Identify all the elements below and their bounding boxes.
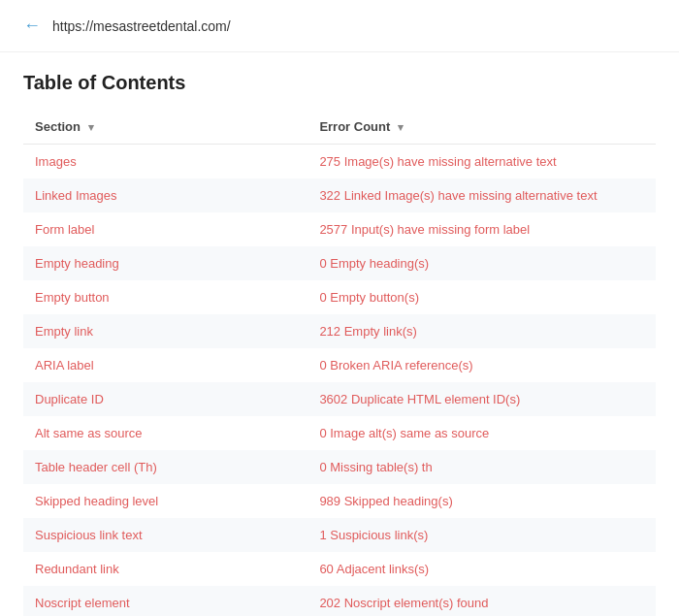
- error-sort-icon: ▾: [398, 121, 404, 134]
- top-bar: ← https://mesastreetdental.com/: [0, 0, 679, 52]
- section-column-header[interactable]: Section ▾: [23, 110, 307, 145]
- table-row: Alt same as source0 Image alt(s) same as…: [23, 416, 656, 450]
- section-link[interactable]: Form label: [35, 222, 94, 237]
- error-count-cell: 0 Empty heading(s): [307, 246, 656, 280]
- table-row: Form label2577 Input(s) have missing for…: [23, 212, 656, 246]
- section-link[interactable]: Noscript element: [35, 596, 130, 610]
- section-cell: Noscript element: [23, 586, 307, 616]
- section-link[interactable]: Duplicate ID: [35, 392, 104, 406]
- table-row: Suspicious link text1 Suspicious link(s): [23, 518, 656, 552]
- error-count-cell: 275 Image(s) have missing alternative te…: [307, 145, 656, 179]
- section-cell: Duplicate ID: [23, 382, 307, 416]
- section-cell: Suspicious link text: [23, 518, 307, 552]
- table-row: Table header cell (Th)0 Missing table(s)…: [23, 450, 656, 484]
- error-count-column-header[interactable]: Error Count ▾: [307, 110, 656, 145]
- section-cell: Table header cell (Th): [23, 450, 307, 484]
- section-sort-icon: ▾: [88, 121, 94, 134]
- error-count-cell: 212 Empty link(s): [307, 314, 656, 348]
- section-link[interactable]: Table header cell (Th): [35, 460, 157, 474]
- back-button[interactable]: ←: [23, 16, 41, 36]
- section-cell: Images: [23, 145, 307, 179]
- section-cell: Linked Images: [23, 178, 307, 212]
- section-cell: Empty link: [23, 314, 307, 348]
- error-count-cell: 3602 Duplicate HTML element ID(s): [307, 382, 656, 416]
- section-cell: Redundant link: [23, 552, 307, 586]
- page-title: Table of Contents: [0, 52, 679, 110]
- data-table: Section ▾ Error Count ▾ Images275 Image(…: [23, 110, 656, 616]
- section-cell: ARIA label: [23, 348, 307, 382]
- error-count-cell: 0 Missing table(s) th: [307, 450, 656, 484]
- section-cell: Empty heading: [23, 246, 307, 280]
- section-link[interactable]: Empty button: [35, 290, 110, 305]
- error-count-cell: 60 Adjacent links(s): [307, 552, 656, 586]
- section-link[interactable]: Linked Images: [35, 188, 117, 203]
- section-link[interactable]: Redundant link: [35, 562, 119, 576]
- section-link[interactable]: Skipped heading level: [35, 494, 158, 508]
- section-link[interactable]: Empty link: [35, 324, 93, 339]
- error-count-cell: 1 Suspicious link(s): [307, 518, 656, 552]
- table-row: Empty link212 Empty link(s): [23, 314, 656, 348]
- error-count-cell: 202 Noscript element(s) found: [307, 586, 656, 616]
- section-cell: Alt same as source: [23, 416, 307, 450]
- error-count-cell: 322 Linked Image(s) have missing alterna…: [307, 178, 656, 212]
- table-row: Empty heading0 Empty heading(s): [23, 246, 656, 280]
- error-count-cell: 0 Image alt(s) same as source: [307, 416, 656, 450]
- section-cell: Form label: [23, 212, 307, 246]
- table-row: Linked Images322 Linked Image(s) have mi…: [23, 178, 656, 212]
- table-row: Skipped heading level989 Skipped heading…: [23, 484, 656, 518]
- section-link[interactable]: Alt same as source: [35, 426, 143, 440]
- error-count-cell: 0 Broken ARIA reference(s): [307, 348, 656, 382]
- table-row: Redundant link60 Adjacent links(s): [23, 552, 656, 586]
- section-link[interactable]: Empty heading: [35, 256, 119, 271]
- url-display: https://mesastreetdental.com/: [52, 18, 231, 34]
- table-row: Duplicate ID3602 Duplicate HTML element …: [23, 382, 656, 416]
- section-link[interactable]: Images: [35, 154, 77, 169]
- table-body: Images275 Image(s) have missing alternat…: [23, 145, 656, 617]
- table-row: Empty button0 Empty button(s): [23, 280, 656, 314]
- table-header-row: Section ▾ Error Count ▾: [23, 110, 656, 145]
- section-link[interactable]: Suspicious link text: [35, 528, 143, 542]
- table-container: Section ▾ Error Count ▾ Images275 Image(…: [0, 110, 679, 616]
- table-row: ARIA label0 Broken ARIA reference(s): [23, 348, 656, 382]
- section-link[interactable]: ARIA label: [35, 358, 94, 373]
- section-cell: Empty button: [23, 280, 307, 314]
- error-count-cell: 989 Skipped heading(s): [307, 484, 656, 518]
- table-row: Images275 Image(s) have missing alternat…: [23, 145, 656, 179]
- section-cell: Skipped heading level: [23, 484, 307, 518]
- table-row: Noscript element202 Noscript element(s) …: [23, 586, 656, 616]
- error-count-cell: 2577 Input(s) have missing form label: [307, 212, 656, 246]
- error-count-cell: 0 Empty button(s): [307, 280, 656, 314]
